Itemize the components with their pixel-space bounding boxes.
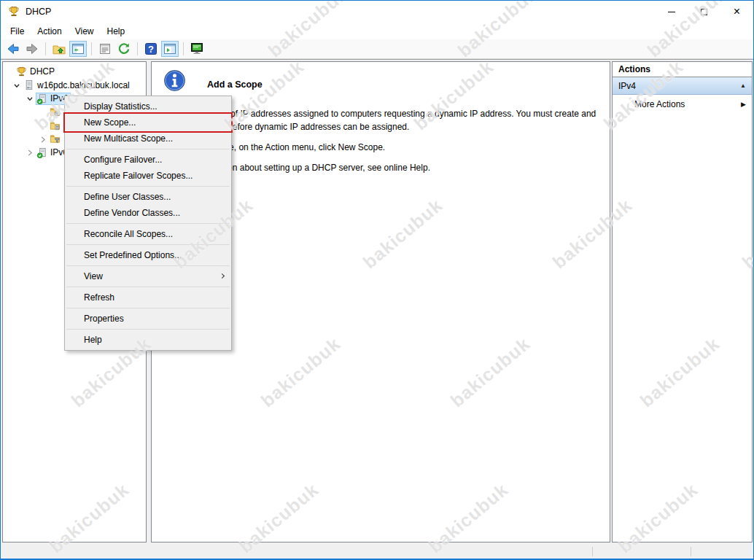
menu-item-properties[interactable]: Properties — [65, 311, 231, 327]
window-title: DHCP — [26, 7, 51, 17]
protocol-icon — [36, 93, 47, 104]
menu-separator — [66, 223, 230, 224]
server-icon — [23, 79, 34, 90]
back-arrow-icon — [6, 42, 20, 56]
close-button[interactable]: × — [720, 1, 753, 23]
actions-group-label: IPv4 — [618, 81, 740, 91]
chevron-down-icon[interactable] — [23, 93, 36, 104]
menu-action[interactable]: Action — [31, 24, 68, 39]
chevron-down-icon[interactable] — [10, 80, 23, 90]
actions-pane: Actions IPv4 ▲ More Actions ▶ — [612, 61, 753, 542]
menu-item-define-user-classes[interactable]: Define User Classes... — [65, 189, 231, 205]
back-arrow-button[interactable] — [4, 41, 22, 57]
status-bar — [1, 545, 753, 559]
menu-separator — [66, 265, 230, 266]
action-pane-button[interactable] — [161, 41, 179, 57]
action-pane-icon — [163, 42, 177, 56]
submenu-chevron-icon — [219, 273, 225, 279]
menu-item-configure-failover[interactable]: Configure Failover... — [65, 152, 231, 168]
menu-item-new-multicast-scope[interactable]: New Multicast Scope... — [65, 131, 231, 147]
tree-item-label: DHCP — [30, 66, 55, 77]
menu-bar: File Action View Help — [1, 23, 753, 39]
chevron-right-icon[interactable] — [36, 134, 50, 144]
monitor-button[interactable] — [188, 41, 206, 57]
menu-item-help[interactable]: Help — [65, 332, 231, 348]
up-folder-button[interactable] — [50, 41, 68, 57]
console-tree-button[interactable] — [69, 41, 87, 57]
folder-options-icon — [50, 106, 61, 117]
menu-file[interactable]: File — [4, 24, 31, 39]
menu-item-view[interactable]: View — [65, 268, 231, 284]
menu-item-define-vendor-classes[interactable]: Define Vendor Classes... — [65, 205, 231, 221]
menu-view[interactable]: View — [69, 24, 101, 39]
menu-separator — [66, 244, 230, 245]
menu-separator — [66, 287, 230, 287]
help-button[interactable] — [142, 41, 160, 57]
actions-pane-title: Actions — [613, 62, 752, 77]
dhcp-root-icon — [16, 66, 27, 77]
menu-separator — [66, 149, 230, 149]
console-tree-icon — [71, 42, 85, 56]
menu-item-replicate-failover-scopes[interactable]: Replicate Failover Scopes... — [65, 168, 231, 184]
menu-help[interactable]: Help — [101, 24, 132, 39]
export-list-icon — [98, 42, 112, 56]
status-separator — [592, 547, 593, 556]
menu-separator — [66, 186, 230, 187]
more-actions-label: More Actions — [634, 99, 741, 109]
menu-separator — [66, 308, 230, 308]
more-actions-item[interactable]: More Actions ▶ — [613, 95, 752, 114]
protocol-icon — [36, 147, 47, 158]
monitor-icon — [190, 42, 204, 56]
forward-arrow-button[interactable] — [23, 41, 41, 57]
toolbar-separator — [137, 42, 138, 55]
menu-item-reconcile-all-scopes[interactable]: Reconcile All Scopes... — [65, 226, 231, 242]
help-icon — [144, 42, 158, 56]
info-icon — [163, 69, 186, 92]
tree-item-label: w16pdc.bakicubuk.local — [37, 80, 130, 90]
up-folder-icon — [52, 42, 66, 56]
tree-item-dhcp[interactable]: DHCP — [3, 65, 146, 79]
close-icon: × — [734, 6, 740, 18]
title-bar: DHCP × — [1, 1, 753, 23]
folder-policies-icon — [50, 120, 61, 131]
minimize-icon — [668, 12, 675, 12]
forward-arrow-icon — [25, 42, 39, 56]
status-separator — [691, 547, 691, 556]
export-list-button[interactable] — [96, 41, 114, 57]
folder-filters-icon — [50, 133, 61, 144]
toolbar-separator — [45, 42, 46, 55]
chevron-right-icon[interactable] — [23, 147, 36, 158]
red-highlight-box — [63, 112, 233, 133]
maximize-button[interactable] — [688, 1, 720, 23]
ipv4-context-menu: Display Statistics...New Scope...New Mul… — [64, 96, 232, 351]
tree-item-w16pdc-bakicubuk-local[interactable]: w16pdc.bakicubuk.local — [3, 79, 146, 93]
menu-separator — [66, 329, 230, 330]
toolbar — [1, 39, 753, 59]
toolbar-separator — [183, 42, 184, 55]
maximize-icon — [701, 9, 707, 15]
actions-group-ipv4[interactable]: IPv4 ▲ — [613, 77, 752, 95]
refresh-button[interactable] — [115, 41, 133, 57]
refresh-icon — [117, 42, 131, 56]
chevron-right-icon: ▶ — [741, 101, 746, 108]
menu-item-refresh[interactable]: Refresh — [65, 289, 231, 306]
chevron-up-icon[interactable]: ▲ — [740, 82, 746, 89]
menu-item-set-predefined-options[interactable]: Set Predefined Options... — [65, 247, 231, 263]
minimize-button[interactable] — [655, 1, 688, 23]
dhcp-console-window: DHCP × File Action View Help DHCPw16pdc.… — [0, 0, 754, 560]
toolbar-separator — [91, 42, 92, 55]
app-trophy-icon — [8, 6, 20, 18]
content-title: Add a Scope — [207, 79, 263, 90]
